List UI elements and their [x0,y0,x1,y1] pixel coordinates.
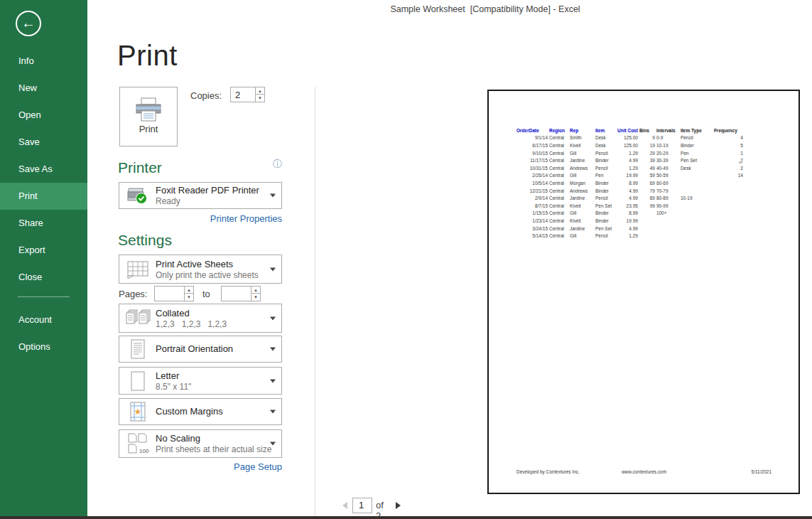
chevron-down-icon [270,442,276,446]
margins-select[interactable]: ★ Custom Margins [119,398,282,425]
preview-cell: Pen [681,149,714,157]
spin-up-icon[interactable]: ▲ [251,287,260,294]
preview-cell [656,225,681,232]
spin-up-icon[interactable]: ▲ [256,87,264,95]
collated-icon [124,304,152,332]
copies-value: 2 [235,90,240,100]
preview-cell: 1.29 [617,232,639,240]
preview-cell [639,232,656,240]
preview-cell: Binder [595,156,617,164]
sidebar-item-new[interactable]: New [0,75,87,102]
settings-section-heading: Settings [118,232,172,249]
preview-cell: 1.29 [617,149,639,157]
preview-cell: Smith [570,134,595,142]
no-scaling-icon: 100 [124,430,152,457]
page-setup-link[interactable]: Page Setup [234,461,282,472]
preview-header-cell: Frequency [714,127,745,134]
preview-cell: Central [549,194,570,202]
preview-cell: 9 [639,134,656,142]
preview-cell: Desk [595,141,617,149]
info-icon[interactable]: ⓘ [273,158,282,171]
preview-cell: Central [549,210,570,218]
print-what-select[interactable]: Print Active Sheets Only print the activ… [119,255,282,284]
preview-cell [714,194,745,202]
copies-spin-buttons: ▲ ▼ [255,87,264,102]
sidebar-item-account[interactable]: Account [0,306,87,333]
preview-data-row: 8/7/15CentralKivellPen Set23.959990-99 [516,202,745,210]
chevron-down-icon [270,410,276,414]
preview-cell: Morgan [570,179,595,187]
title-bar: Sample Worksheet [Compatibility Mode] - … [87,0,812,18]
next-page-icon[interactable] [396,502,401,509]
printer-properties-link[interactable]: Printer Properties [210,213,282,224]
preview-data-row: 3/24/15CentralJardinePen Set4.99 [516,225,745,232]
preview-data-row: 2/26/14CentralGillPen19.995950-5914 [516,172,745,180]
preview-cell [681,232,714,240]
preview-cell [681,210,714,218]
preview-cell: Central [549,202,570,210]
preview-cell: Binder [681,141,714,149]
pages-to-stepper[interactable]: ▲ ▼ [221,286,261,301]
preview-cell: Pencil [595,149,617,157]
preview-cell: 4.99 [617,225,639,232]
scaling-select[interactable]: 100 No Scaling Print sheets at their act… [119,429,282,458]
copies-stepper[interactable]: 2 ▲ ▼ [230,87,265,102]
preview-cell: 4 [714,134,745,142]
svg-text:★: ★ [134,407,142,417]
preview-cell [639,217,656,225]
preview-cell: 1 [714,149,745,157]
sidebar-item-save[interactable]: Save [0,129,87,156]
previous-page-icon[interactable] [342,502,347,509]
sidebar-item-save-as[interactable]: Save As [0,156,87,183]
paper-size-select[interactable]: Letter 8.5" x 11" [119,367,282,395]
preview-cell: 70-79 [656,187,681,195]
sidebar-footer-menu: AccountOptions [0,306,87,360]
preview-cell: 5 [714,141,745,149]
preview-cell: Gill [570,210,595,218]
preview-data-row: 12/21/15CentralAndrewsBinder4.997970-79 [516,187,745,195]
sidebar-item-export[interactable]: Export [0,237,87,264]
preview-cell: Gill [570,172,595,180]
preview-cell: Central [549,187,570,195]
preview-cell [714,187,745,195]
sidebar-item-options[interactable]: Options [0,333,87,360]
back-arrow-icon[interactable]: ← [16,11,41,36]
preview-cell: 1/15/15 [516,210,549,218]
preview-cell: 125.00 [617,134,639,142]
preview-cell: 99 [639,202,656,210]
sidebar-item-open[interactable]: Open [0,102,87,129]
preview-header-row: OrderDateRegionRepItemUnit CostBinsInter… [516,127,745,134]
print-button[interactable]: Print [119,87,178,146]
printer-select[interactable]: Foxit Reader PDF Printer Ready [119,182,282,209]
backstage-sidebar: ← InfoNewOpenSaveSave AsPrintShareExport… [0,0,87,516]
preview-cell: 89 [639,194,656,202]
preview-data-row: 9/10/15CentralGillPencil1.292920-29Pen1 [516,149,745,157]
collation-label: Collated [156,307,266,319]
spin-down-icon[interactable]: ▼ [256,95,264,102]
sidebar-item-share[interactable]: Share [0,210,87,237]
preview-cell: 4.99 [617,194,639,202]
preview-cell [714,225,745,232]
current-page-input[interactable]: 1 [352,498,372,513]
spin-up-icon[interactable]: ▲ [185,287,193,294]
spin-down-icon[interactable]: ▼ [251,294,260,301]
preview-header-cell: OrderDate [516,127,549,134]
preview-cell [714,232,745,240]
pages-from-stepper[interactable]: ▲ ▼ [154,286,194,301]
preview-cell: Jardine [570,156,595,164]
printer-icon [133,97,164,124]
sidebar-item-close[interactable]: Close [0,264,87,291]
sidebar-item-print[interactable]: Print [0,183,87,210]
preview-cell: Pen Set [595,225,617,232]
preview-cell: 9/1/14 [516,134,549,142]
preview-cell: 20-29 [656,149,681,157]
spin-down-icon[interactable]: ▼ [185,294,193,301]
sidebar-menu: InfoNewOpenSaveSave AsPrintShareExportCl… [0,48,87,291]
preview-cell: 10-19 [681,194,714,202]
preview-cell: Central [549,149,570,157]
collation-select[interactable]: Collated 1,2,3 1,2,3 1,2,3 [119,304,282,333]
sidebar-item-info[interactable]: Info [0,48,87,75]
preview-cell: Jardine [570,225,595,232]
pages-to-label: to [202,289,210,299]
orientation-select[interactable]: Portrait Orientation [119,336,282,363]
